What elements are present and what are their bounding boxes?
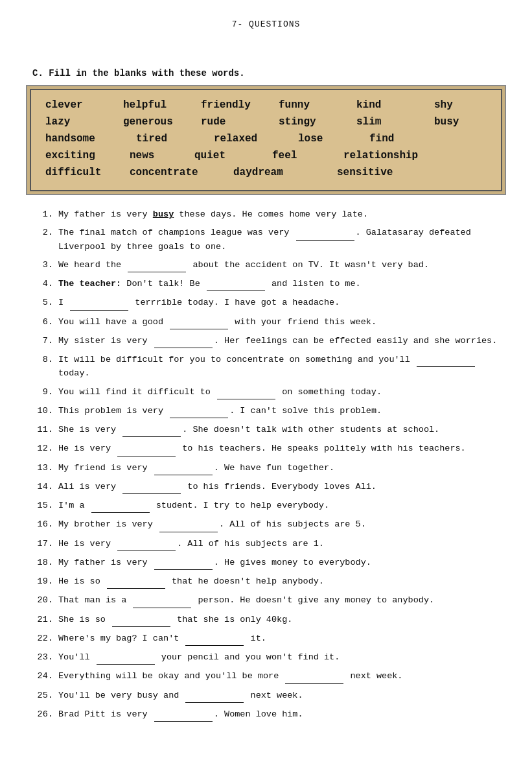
question-20: That man is a person. He doesn't give an… — [58, 594, 506, 608]
word-relationship: relationship — [340, 148, 430, 163]
question-26: Brad Pitt is very . Women love him. — [58, 708, 506, 722]
blank-14 — [122, 480, 181, 494]
blank-4 — [207, 278, 265, 291]
blank-5 — [70, 296, 128, 310]
question-18: My father is very . He gives money to ev… — [58, 556, 506, 570]
word-feel: feel — [268, 148, 340, 163]
word-box: clever helpful friendly funny kind shy l… — [26, 85, 506, 195]
word-lose: lose — [294, 132, 365, 146]
blank-17 — [117, 538, 176, 551]
word-news: news — [126, 148, 191, 163]
blank-13 — [154, 462, 213, 475]
question-21: She is so that she is only 40kg. — [58, 613, 506, 627]
word-concentrate: concentrate — [126, 165, 229, 180]
page-title: 7- QUESTIONS — [26, 19, 506, 29]
word-box-inner: clever helpful friendly funny kind shy l… — [30, 89, 502, 191]
question-8: It will be difficult for you to concentr… — [58, 353, 506, 381]
question-23: You'll your pencil and you won't find it… — [58, 651, 506, 665]
blank-9 — [217, 386, 275, 399]
word-stingy: stingy — [275, 115, 353, 129]
question-19: He is so that he doesn't help anybody. — [58, 575, 506, 589]
word-sensitive: sensitive — [333, 165, 411, 180]
word-rude: rude — [197, 115, 275, 129]
word-helpful: helpful — [119, 98, 197, 112]
blank-24 — [285, 670, 343, 683]
question-3: We heard the about the accident on TV. I… — [58, 259, 506, 272]
question-24: Everything will be okay and you'll be mo… — [58, 670, 506, 683]
question-25: You'll be very busy and next week. — [58, 689, 506, 703]
question-1: My father is very busy these days. He co… — [58, 208, 506, 221]
word-lazy: lazy — [41, 115, 119, 129]
blank-16 — [159, 518, 218, 532]
blank-18 — [154, 556, 213, 570]
blank-25 — [185, 689, 244, 703]
answer-busy: busy — [153, 209, 174, 219]
blank-12 — [117, 442, 176, 456]
blank-26 — [154, 708, 213, 722]
word-generous: generous — [119, 115, 197, 129]
word-row-3: handsome tired relaxed lose find — [41, 132, 491, 146]
question-9: You will find it difficult to on somethi… — [58, 386, 506, 399]
question-11: She is very . She doesn't talk with othe… — [58, 423, 506, 437]
word-tired: tired — [132, 132, 210, 146]
question-4: The teacher: Don't talk! Be and listen t… — [58, 278, 506, 291]
question-2: The final match of champions league was … — [58, 226, 506, 254]
word-funny: funny — [275, 98, 353, 112]
blank-6 — [170, 316, 228, 329]
word-daydream: daydream — [229, 165, 333, 180]
word-row-5: difficult concentrate daydream sensitive — [41, 165, 491, 180]
bold-label-4: The teacher: — [58, 279, 121, 289]
question-6: You will have a good with your friend th… — [58, 316, 506, 329]
word-find: find — [365, 132, 443, 146]
question-13: My friend is very . We have fun together… — [58, 462, 506, 475]
blank-11 — [122, 423, 181, 437]
question-5: I terrrible today. I have got a headache… — [58, 296, 506, 310]
blank-10 — [170, 405, 228, 418]
question-22: Where's my bag? I can't it. — [58, 632, 506, 646]
word-shy: shy — [430, 98, 508, 112]
word-clever: clever — [41, 98, 119, 112]
blank-3 — [128, 259, 186, 272]
word-exciting: exciting — [41, 148, 126, 163]
word-friendly: friendly — [197, 98, 275, 112]
questions-list: My father is very busy these days. He co… — [58, 208, 506, 722]
blank-7 — [154, 335, 213, 348]
word-difficult: difficult — [41, 165, 126, 180]
question-16: My brother is very . All of his subjects… — [58, 518, 506, 532]
question-17: He is very . All of his subjects are 1. — [58, 538, 506, 551]
word-handsome: handsome — [41, 132, 132, 146]
word-relaxed: relaxed — [210, 132, 294, 146]
word-slim: slim — [353, 115, 430, 129]
word-quiet: quiet — [191, 148, 268, 163]
word-row-4: exciting news quiet feel relationship — [41, 148, 491, 163]
blank-8 — [417, 353, 475, 367]
word-kind: kind — [353, 98, 430, 112]
blank-19 — [107, 575, 165, 589]
blank-22 — [185, 632, 244, 646]
blank-21 — [112, 613, 170, 627]
question-15: I'm a student. I try to help everybody. — [58, 499, 506, 513]
section-c-label: C. Fill in the blanks with these words. — [32, 68, 506, 78]
word-row-2: lazy generous rude stingy slim busy — [41, 115, 491, 129]
question-12: He is very to his teachers. He speaks po… — [58, 442, 506, 456]
blank-2 — [296, 226, 354, 240]
word-busy: busy — [430, 115, 508, 129]
question-14: Ali is very to his friends. Everybody lo… — [58, 480, 506, 494]
blank-15 — [91, 499, 150, 513]
question-7: My sister is very . Her feelings can be … — [58, 335, 506, 348]
question-10: This problem is very . I can't solve thi… — [58, 405, 506, 418]
blank-23 — [97, 651, 155, 665]
word-row-1: clever helpful friendly funny kind shy — [41, 98, 491, 112]
blank-20 — [133, 594, 191, 608]
